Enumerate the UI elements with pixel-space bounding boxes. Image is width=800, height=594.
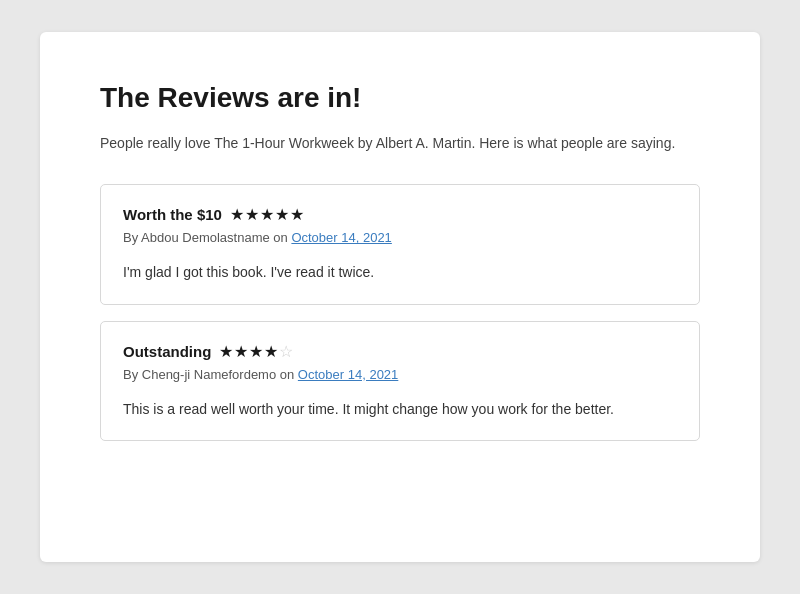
review-title: Outstanding: [123, 343, 211, 360]
review-card: Outstanding★★★★☆By Cheng-ji Namefordemo …: [100, 321, 700, 441]
page-container: The Reviews are in! People really love T…: [40, 32, 760, 562]
review-header: Outstanding★★★★☆: [123, 342, 677, 361]
star-filled-icon: ★: [230, 205, 244, 224]
review-stars: ★★★★☆: [219, 342, 293, 361]
review-header: Worth the $10★★★★★: [123, 205, 677, 224]
star-filled-icon: ★: [275, 205, 289, 224]
star-empty-icon: ☆: [279, 342, 293, 361]
star-filled-icon: ★: [290, 205, 304, 224]
star-filled-icon: ★: [234, 342, 248, 361]
page-description: People really love The 1-Hour Workweek b…: [100, 132, 700, 154]
review-date-link[interactable]: October 14, 2021: [298, 367, 398, 382]
review-date-link[interactable]: October 14, 2021: [291, 230, 391, 245]
star-filled-icon: ★: [264, 342, 278, 361]
reviews-list: Worth the $10★★★★★By Abdou Demolastname …: [100, 184, 700, 441]
review-byline: By Cheng-ji Namefordemo on October 14, 2…: [123, 367, 677, 382]
star-filled-icon: ★: [219, 342, 233, 361]
review-body: I'm glad I got this book. I've read it t…: [123, 261, 677, 283]
review-body: This is a read well worth your time. It …: [123, 398, 677, 420]
review-card: Worth the $10★★★★★By Abdou Demolastname …: [100, 184, 700, 304]
star-filled-icon: ★: [249, 342, 263, 361]
review-stars: ★★★★★: [230, 205, 304, 224]
review-byline: By Abdou Demolastname on October 14, 202…: [123, 230, 677, 245]
star-filled-icon: ★: [260, 205, 274, 224]
review-title: Worth the $10: [123, 206, 222, 223]
star-filled-icon: ★: [245, 205, 259, 224]
page-title: The Reviews are in!: [100, 82, 700, 114]
